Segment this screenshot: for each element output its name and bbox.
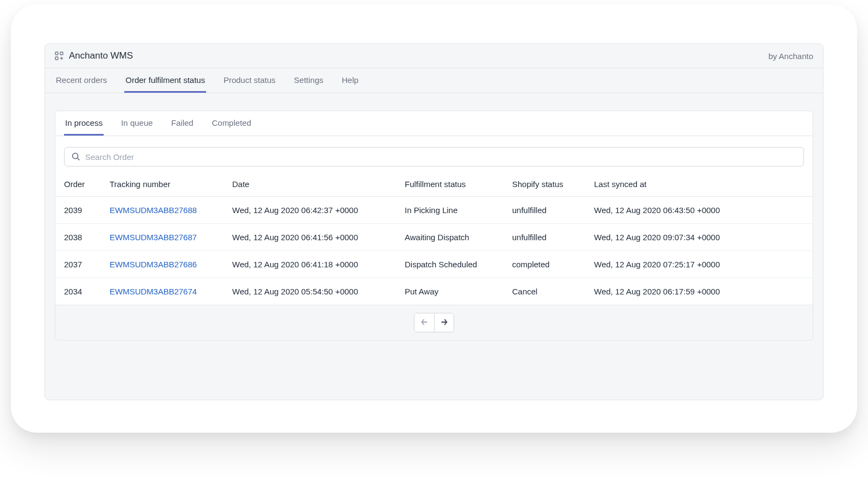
col-tracking: Tracking number [101, 171, 224, 197]
cell-fulfillment: Put Away [396, 278, 503, 305]
cell-shopify: unfulfilled [503, 197, 585, 224]
col-fulfillment: Fulfillment status [396, 171, 503, 197]
tracking-link[interactable]: EWMSUDM3ABB27688 [110, 206, 197, 215]
svg-line-4 [78, 158, 80, 160]
table-header-row: Order Tracking number Date Fulfillment s… [55, 171, 813, 197]
search-box[interactable] [64, 147, 804, 166]
tracking-link[interactable]: EWMSUDM3ABB27686 [110, 260, 197, 269]
table-row: 2038 EWMSUDM3ABB27687 Wed, 12 Aug 2020 0… [55, 224, 813, 251]
cell-synced: Wed, 12 Aug 2020 06:17:59 +0000 [585, 278, 813, 305]
app-window: Anchanto WMS by Anchanto Recent orders O… [11, 4, 857, 433]
cell-fulfillment: In Picking Line [396, 197, 503, 224]
cell-order: 2039 [55, 197, 101, 224]
tab-help[interactable]: Help [341, 68, 360, 93]
svg-rect-2 [55, 57, 58, 60]
col-synced: Last synced at [585, 171, 813, 197]
subtab-failed[interactable]: Failed [170, 111, 195, 136]
tab-recent-orders[interactable]: Recent orders [55, 68, 108, 93]
tracking-link[interactable]: EWMSUDM3ABB27687 [110, 233, 197, 242]
pager-bar [55, 305, 813, 340]
tracking-link[interactable]: EWMSUDM3ABB27674 [110, 287, 197, 296]
cell-synced: Wed, 12 Aug 2020 06:43:50 +0000 [585, 197, 813, 224]
cell-order: 2037 [55, 251, 101, 278]
table-row: 2034 EWMSUDM3ABB27674 Wed, 12 Aug 2020 0… [55, 278, 813, 305]
pager-prev-button[interactable] [414, 313, 434, 332]
cell-date: Wed, 12 Aug 2020 06:42:37 +0000 [224, 197, 396, 224]
cell-date: Wed, 12 Aug 2020 06:41:18 +0000 [224, 251, 396, 278]
cell-order: 2034 [55, 278, 101, 305]
search-input[interactable] [85, 152, 797, 162]
subtab-completed[interactable]: Completed [210, 111, 252, 136]
cell-synced: Wed, 12 Aug 2020 07:25:17 +0000 [585, 251, 813, 278]
cell-fulfillment: Awaiting Dispatch [396, 224, 503, 251]
svg-rect-1 [60, 52, 63, 55]
svg-point-3 [73, 153, 78, 159]
subtab-in-queue[interactable]: In queue [120, 111, 154, 136]
cell-synced: Wed, 12 Aug 2020 09:07:34 +0000 [585, 224, 813, 251]
cell-shopify: completed [503, 251, 585, 278]
app-grid-icon [55, 52, 63, 60]
col-date: Date [224, 171, 396, 197]
tab-product-status[interactable]: Product status [222, 68, 277, 93]
cell-order: 2038 [55, 224, 101, 251]
orders-table: Order Tracking number Date Fulfillment s… [55, 171, 813, 305]
tab-settings[interactable]: Settings [293, 68, 324, 93]
pager-next-button[interactable] [434, 313, 454, 332]
svg-rect-0 [55, 52, 58, 55]
app-panel: Anchanto WMS by Anchanto Recent orders O… [44, 43, 824, 400]
arrow-left-icon [419, 317, 429, 329]
cell-shopify: Cancel [503, 278, 585, 305]
table-row: 2037 EWMSUDM3ABB27686 Wed, 12 Aug 2020 0… [55, 251, 813, 278]
col-order: Order [55, 171, 101, 197]
cell-fulfillment: Dispatch Scheduled [396, 251, 503, 278]
status-tabs: In process In queue Failed Completed [55, 111, 813, 136]
orders-card: In process In queue Failed Completed [55, 111, 813, 341]
content-area: In process In queue Failed Completed [45, 93, 823, 400]
cell-date: Wed, 12 Aug 2020 06:41:56 +0000 [224, 224, 396, 251]
tab-order-fulfilment-status[interactable]: Order fulfilment status [124, 68, 206, 93]
primary-tabs: Recent orders Order fulfilment status Pr… [45, 68, 823, 93]
pager [414, 313, 454, 332]
app-title: Anchanto WMS [69, 50, 133, 61]
table-row: 2039 EWMSUDM3ABB27688 Wed, 12 Aug 2020 0… [55, 197, 813, 224]
subtab-in-process[interactable]: In process [64, 111, 104, 136]
col-shopify: Shopify status [503, 171, 585, 197]
app-byline: by Anchanto [768, 52, 813, 61]
cell-date: Wed, 12 Aug 2020 05:54:50 +0000 [224, 278, 396, 305]
cell-shopify: unfulfilled [503, 224, 585, 251]
arrow-right-icon [439, 317, 449, 329]
title-bar: Anchanto WMS by Anchanto [45, 44, 823, 68]
search-icon [71, 152, 81, 162]
